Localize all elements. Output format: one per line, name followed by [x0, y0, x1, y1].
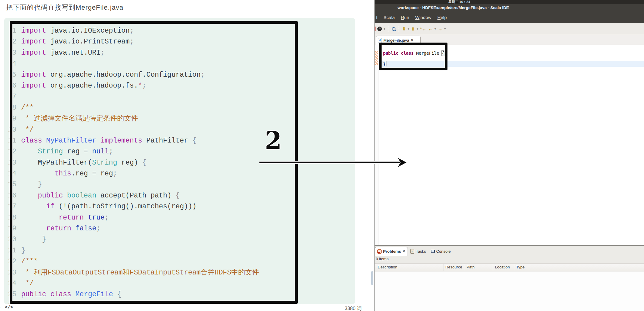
tab-close-icon[interactable]: ✕ [411, 38, 413, 42]
column-separator[interactable] [444, 264, 444, 271]
back-icon[interactable]: ← [428, 26, 433, 31]
menu-item-t[interactable]: t [376, 15, 377, 20]
next-annotation-dropdown-icon[interactable]: ▾ [408, 27, 409, 30]
menu-item-window[interactable]: Window [415, 15, 431, 20]
user-menu-icon[interactable] [377, 27, 382, 31]
tab-problems-label: Problems [383, 249, 401, 254]
range-indicator-marker [375, 51, 378, 65]
tab-tasks[interactable]: ✓ Tasks [408, 247, 428, 255]
tab-close-icon[interactable]: ✕ [402, 249, 405, 253]
doc-heading: 把下面的代码直接写到MergeFile.java [6, 3, 123, 12]
items-count: 0 items [376, 257, 389, 261]
java-file-icon: J [378, 38, 382, 43]
problems-icon [377, 249, 382, 254]
tab-problems[interactable]: Problems ✕ [375, 247, 408, 256]
search-icon[interactable] [391, 27, 396, 31]
tab-console-label: Console [436, 249, 451, 254]
doc-scrollbar-thumb[interactable] [371, 271, 373, 285]
back-chevron-icon[interactable]: ‹ [0, 304, 1, 311]
back-dropdown-icon[interactable]: ▾ [434, 27, 436, 30]
column-path[interactable]: Path [467, 265, 475, 269]
column-separator[interactable] [514, 264, 514, 271]
user-menu-dropdown-icon[interactable]: ▾ [384, 27, 385, 30]
toolbar-separator [388, 26, 389, 32]
column-separator[interactable] [493, 264, 493, 271]
eclipse-window: 星期二 16：24 workspace - HDFSExample/src/Me… [375, 0, 644, 311]
code-editor[interactable]: public class MergeFile {} [375, 45, 644, 245]
column-separator[interactable] [465, 264, 465, 271]
clock: 星期二 16：24 [443, 0, 476, 4]
next-annotation-icon[interactable]: ⬇ [402, 26, 406, 32]
menu-item-run[interactable]: Run [401, 15, 409, 20]
word-count: 3380 词 [345, 306, 362, 311]
menu-item-help[interactable]: Help [437, 15, 447, 20]
toolbar-separator [399, 26, 399, 32]
problems-table-header: Description Resource Path Location Type [375, 263, 644, 271]
editor-tab-label: MergeFile.java [383, 38, 409, 43]
problems-panel: Problems ✕ ✓ Tasks Console 0 items Descr… [375, 246, 644, 311]
prev-annotation-icon[interactable]: ⬆ [411, 26, 415, 32]
forward-icon[interactable]: → [438, 26, 442, 31]
tab-console[interactable]: Console [428, 247, 453, 255]
window-titlebar: workspace - HDFSExample/src/MergeFile.ja… [375, 4, 644, 12]
annotation-number-2: 2 [265, 126, 282, 155]
desktop-top-bar: 星期二 16：24 [375, 0, 644, 4]
problems-table-body [375, 271, 644, 311]
annotation-rectangle-2 [10, 21, 298, 304]
menu-item-scala[interactable]: Scala [383, 15, 395, 20]
window-title: workspace - HDFSExample/src/MergeFile.ja… [375, 5, 532, 10]
column-description[interactable]: Description [378, 265, 397, 269]
annotation-ruler[interactable] [375, 45, 379, 245]
screen: 把下面的代码直接写到MergeFile.java 1import java.io… [0, 0, 644, 311]
column-resource[interactable]: Resource [445, 265, 462, 269]
forward-dropdown-icon[interactable]: ▾ [444, 27, 446, 30]
tab-tasks-label: Tasks [416, 249, 426, 254]
doc-bottom-bar: ‹ </> 3380 词 [0, 304, 374, 311]
problems-tabstrip: Problems ✕ ✓ Tasks Console [375, 247, 453, 255]
code-view-toggle-icon[interactable]: </> [5, 305, 13, 310]
last-edit-location-icon[interactable]: *← [420, 26, 426, 31]
toolbar: ▾ ⬇ ▾ ⬆ ▾ *← ← ▾ → ▾ [375, 23, 644, 35]
column-type[interactable]: Type [516, 265, 525, 269]
column-location[interactable]: Location [495, 265, 510, 269]
clipped-icon [375, 27, 376, 31]
prev-annotation-dropdown-icon[interactable]: ▾ [417, 27, 418, 30]
annotation-rectangle-1 [379, 43, 447, 70]
document-pane: 把下面的代码直接写到MergeFile.java 1import java.io… [0, 0, 374, 311]
menubar: tScalaRunWindowHelp [375, 12, 644, 23]
tasks-icon: ✓ [410, 249, 414, 254]
console-icon [431, 250, 435, 253]
